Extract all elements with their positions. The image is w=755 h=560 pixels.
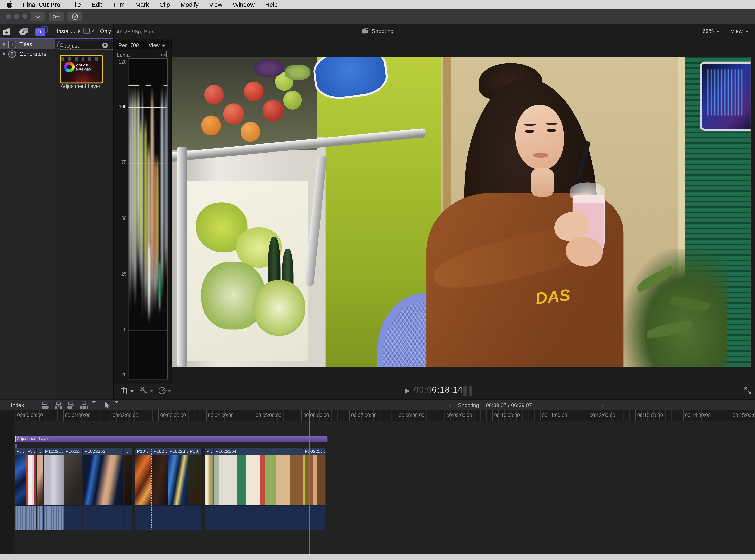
window-minimize-button[interactable] — [14, 14, 19, 19]
ruler-tick — [671, 410, 672, 421]
luma-waveform-scope — [128, 58, 168, 379]
waveform-streak — [148, 241, 150, 324]
timeline-clip[interactable]: … — [37, 448, 43, 530]
timeline-clip[interactable]: P… — [205, 448, 213, 530]
titles-category-icon: T — [8, 41, 16, 48]
timeline-clip[interactable]: P10… — [188, 448, 201, 530]
clip-thumbnail — [26, 455, 37, 505]
search-input[interactable] — [65, 42, 102, 48]
menu-item-trim[interactable]: Trim — [113, 1, 125, 8]
timeline-clip[interactable]: P10… — [136, 448, 151, 530]
timeline-clip[interactable]: P1022364 — [214, 448, 303, 530]
timeline-clip[interactable]: P… — [15, 448, 26, 530]
menu-item-modify[interactable]: Modify — [181, 1, 199, 8]
audio-meter-left[interactable] — [463, 386, 467, 397]
sidebar-item-generators[interactable]: 2 Generators — [0, 49, 55, 59]
waveform-display-icon[interactable] — [160, 51, 167, 57]
previous-project-icon[interactable]: ‹ — [449, 402, 451, 408]
scope-view-label: View — [148, 42, 160, 48]
timeline-clip[interactable]: P10223… — [168, 448, 188, 530]
timeline-left-margin — [0, 421, 14, 554]
viewer-zoom-dropdown[interactable]: 69% — [702, 28, 720, 34]
play-icon[interactable]: ▶ — [405, 387, 410, 394]
ruler-tick — [665, 410, 666, 421]
timeline-clip[interactable]: P1022352 — [83, 448, 123, 530]
ruler-tick — [331, 410, 332, 421]
next-project-icon[interactable]: › — [602, 402, 604, 408]
apple-fruit — [204, 85, 224, 104]
clip-name: P… — [205, 448, 213, 455]
import-media-button[interactable] — [30, 12, 45, 21]
timeline-ruler[interactable]: 00:00:00:0000:01:00:0000:02:00:0000:03:0… — [0, 410, 755, 422]
horizontal-scrollbar[interactable] — [0, 554, 755, 560]
timeline-body[interactable]: Adjustment Layer P…P……P1022…P1022…P10223… — [0, 421, 755, 554]
timeline-clip[interactable]: P102… — [151, 448, 168, 530]
menu-item-help[interactable]: Help — [265, 1, 278, 8]
browser-viewer-divider[interactable] — [113, 24, 113, 399]
disclosure-triangle-icon[interactable] — [3, 42, 5, 46]
overwrite-edit-button[interactable] — [80, 401, 90, 409]
girl-neck — [531, 168, 554, 196]
playhead[interactable] — [309, 410, 310, 554]
clip-name: P10223… — [168, 448, 188, 455]
menu-item-window[interactable]: Window — [233, 1, 254, 8]
background-tasks-button[interactable] — [67, 12, 82, 21]
clip-thumbnail — [83, 455, 123, 505]
connect-edit-button[interactable] — [42, 401, 50, 409]
search-field[interactable]: × — [57, 41, 115, 50]
window-close-button[interactable] — [6, 14, 11, 19]
waveform-clip-line — [164, 85, 167, 86]
menu-item-app[interactable]: Final Cut Pro — [23, 1, 60, 8]
ruler-tick — [248, 410, 248, 421]
audio-meter-right[interactable] — [469, 386, 472, 397]
ruler-major-tick — [111, 410, 111, 421]
menu-item-edit[interactable]: Edit — [91, 1, 102, 8]
apple-menu-icon[interactable] — [6, 1, 13, 8]
clip-audio-waveform — [168, 505, 188, 531]
menu-item-view[interactable]: View — [209, 1, 222, 8]
clip-audio-waveform — [44, 505, 63, 531]
timeline-clip[interactable]: P1022… — [64, 448, 82, 530]
ruler-major-tick — [63, 410, 63, 421]
viewer-view-dropdown[interactable]: View — [731, 28, 749, 34]
menu-bar: Final Cut Pro FileEditTrimMarkClipModify… — [0, 0, 755, 9]
adjustment-layer-thumbnail[interactable]: COLOR GRADING CENTRAL — [60, 55, 103, 84]
index-button[interactable]: Index — [0, 400, 36, 411]
timeline-clip[interactable]: P… — [26, 448, 37, 530]
ruler-label: 00:06:00:00 — [303, 413, 329, 418]
green-grapes — [285, 64, 310, 80]
ruler-label: 00:01:00:00 — [65, 413, 90, 418]
ruler-tick — [337, 410, 338, 421]
append-edit-button[interactable] — [67, 401, 76, 409]
ruler-tick — [379, 410, 379, 421]
menu-item-file[interactable]: File — [71, 1, 81, 8]
menu-item-clip[interactable]: Clip — [160, 1, 170, 8]
insert-edit-button[interactable] — [54, 401, 63, 409]
keyword-editor-button[interactable] — [49, 12, 63, 21]
ruler-tick — [719, 410, 719, 421]
ruler-tick — [188, 410, 188, 421]
disclosure-triangle-icon[interactable] — [3, 52, 5, 56]
timeline-clip[interactable]: P1022… — [44, 448, 63, 530]
girl-lips — [533, 153, 548, 158]
timeline-clip[interactable]: P10223… — [303, 448, 326, 530]
clip-name: P1022364 — [214, 448, 303, 455]
search-clear-icon[interactable]: × — [102, 43, 108, 48]
window-zoom-button[interactable] — [22, 14, 28, 19]
ruler-major-tick — [302, 410, 302, 421]
adjustment-layer-clip[interactable]: Adjustment Layer — [15, 436, 327, 442]
clip-audio-waveform — [124, 505, 132, 531]
scope-viewer-divider[interactable] — [171, 39, 172, 383]
timecode-dim: 00:0 — [414, 385, 432, 395]
scope-view-dropdown[interactable]: View — [148, 42, 165, 48]
fullscreen-icon[interactable] — [744, 387, 751, 394]
menu-item-mark[interactable]: Mark — [136, 1, 149, 8]
ruler-tick — [570, 410, 570, 421]
clip-name: P1022… — [44, 448, 63, 455]
sidebar-item-titles[interactable]: T Titles — [0, 39, 55, 49]
adjustment-layer-label: Adjustment Layer — [48, 83, 113, 89]
timeline-clip[interactable]: … — [124, 448, 132, 530]
ruler-label: 00:14:00:00 — [685, 413, 711, 418]
plant-foliage — [624, 249, 728, 367]
select-tool-dropdown[interactable] — [104, 401, 111, 409]
